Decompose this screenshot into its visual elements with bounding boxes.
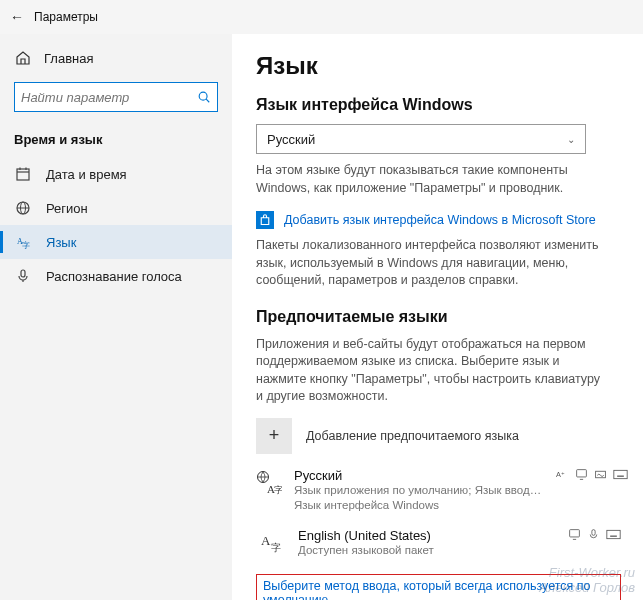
store-link-label: Добавить язык интерфейса Windows в Micro… [284, 213, 596, 227]
svg-rect-31 [607, 530, 620, 538]
svg-text:字: 字 [274, 485, 282, 495]
store-link[interactable]: Добавить язык интерфейса Windows в Micro… [256, 211, 621, 229]
sidebar-home-label: Главная [44, 51, 93, 66]
svg-rect-20 [614, 470, 627, 478]
store-icon [256, 211, 274, 229]
svg-line-1 [206, 99, 209, 102]
home-icon [14, 50, 32, 66]
section-display-language: Язык интерфейса Windows [256, 96, 621, 114]
search-icon [197, 90, 211, 104]
section-preferred-languages: Предпочитаемые языки [256, 308, 621, 326]
svg-rect-2 [17, 169, 29, 180]
microphone-icon [14, 268, 32, 284]
svg-rect-19 [596, 471, 606, 478]
default-input-method-link[interactable]: Выберите метод ввода, который всегда исп… [263, 579, 591, 600]
svg-text:A: A [261, 533, 271, 548]
globe-icon [14, 200, 32, 216]
plus-icon: + [256, 418, 292, 454]
speech-icon [575, 468, 588, 481]
language-subtext: Доступен языковой пакет [298, 543, 548, 559]
sidebar-item-label: Язык [46, 235, 76, 250]
language-feature-icons [568, 528, 621, 541]
language-feature-icons: A⁺ [556, 468, 628, 481]
language-subtext2: Язык интерфейса Windows [294, 498, 544, 514]
chevron-down-icon: ⌄ [567, 134, 575, 145]
language-item-english[interactable]: A字 English (United States) Доступен язык… [256, 528, 621, 559]
search-box[interactable] [14, 82, 218, 112]
sidebar-item-label: Дата и время [46, 167, 127, 182]
keyboard-icon [606, 528, 621, 541]
preferred-languages-desc: Приложения и веб-сайты будут отображатьс… [256, 336, 606, 406]
text-to-speech-icon: A⁺ [556, 468, 569, 481]
display-language-value: Русский [267, 132, 315, 147]
svg-text:A⁺: A⁺ [556, 469, 565, 478]
sidebar-item-label: Регион [46, 201, 88, 216]
microphone-icon [587, 528, 600, 541]
svg-text:字: 字 [271, 542, 281, 553]
language-glyph-icon: A字 [256, 470, 282, 496]
search-input[interactable] [21, 90, 197, 105]
language-name: Русский [294, 468, 544, 483]
sidebar-item-label: Распознавание голоса [46, 269, 182, 284]
language-subtext: Язык приложения по умолчанию; Язык ввода… [294, 483, 544, 499]
display-language-select[interactable]: Русский ⌄ [256, 124, 586, 154]
language-item-russian[interactable]: A字 Русский Язык приложения по умолчанию;… [256, 468, 621, 514]
svg-rect-17 [577, 469, 587, 476]
sidebar: Главная Время и язык Дата и время [0, 34, 232, 600]
display-language-desc: На этом языке будут показываться такие к… [256, 162, 606, 197]
svg-text:字: 字 [22, 241, 30, 250]
back-button[interactable]: ← [6, 9, 28, 25]
svg-rect-28 [570, 529, 580, 536]
sidebar-item-date-time[interactable]: Дата и время [0, 157, 232, 191]
handwriting-icon [594, 468, 607, 481]
speech-icon [568, 528, 581, 541]
add-language-button[interactable]: + Добавление предпочитаемого языка [256, 418, 621, 454]
window-title: Параметры [34, 10, 98, 24]
page-heading: Язык [256, 52, 621, 80]
language-name: English (United States) [298, 528, 556, 543]
default-input-method-highlight: Выберите метод ввода, который всегда исп… [256, 574, 621, 600]
sidebar-item-speech[interactable]: Распознавание голоса [0, 259, 232, 293]
display-language-desc2: Пакеты локализованного интерфейса позвол… [256, 237, 606, 290]
calendar-icon [14, 166, 32, 182]
keyboard-icon [613, 468, 628, 481]
sidebar-item-region[interactable]: Регион [0, 191, 232, 225]
add-language-label: Добавление предпочитаемого языка [306, 429, 519, 443]
language-a-icon: A字 [14, 234, 32, 250]
sidebar-home[interactable]: Главная [0, 44, 232, 72]
sidebar-item-language[interactable]: A字 Язык [0, 225, 232, 259]
content-area: Язык Язык интерфейса Windows Русский ⌄ Н… [232, 34, 643, 600]
sidebar-group-label: Время и язык [0, 126, 232, 153]
svg-rect-11 [21, 270, 25, 277]
language-glyph-icon: A字 [256, 530, 286, 556]
svg-point-0 [199, 92, 207, 100]
svg-rect-30 [592, 529, 595, 535]
titlebar: ← Параметры [0, 0, 643, 34]
